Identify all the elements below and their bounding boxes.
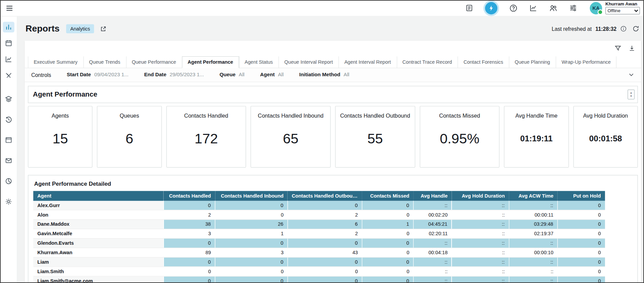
status-indicator	[598, 9, 603, 15]
controls-bar: Controls Start Date 09/04/2023 1... End …	[25, 68, 641, 82]
report-tab[interactable]: Queue Trends	[83, 56, 126, 68]
kpi-value: 55	[338, 119, 412, 158]
flash-icon[interactable]	[485, 2, 497, 14]
report-tab[interactable]: Agent Status	[239, 56, 278, 68]
filter-control[interactable]: Initiation Method All	[299, 72, 349, 78]
sidebar-item-analytics[interactable]	[3, 22, 14, 33]
help-icon[interactable]	[509, 4, 517, 12]
sidebar-item-settings-gear[interactable]	[3, 196, 14, 207]
filter-control[interactable]: Agent All	[260, 72, 284, 78]
report-tab[interactable]: Executive Summary	[28, 56, 83, 68]
avg-hold-duration-cell: ::	[452, 201, 509, 210]
avg-hold-duration-cell: ::	[452, 248, 509, 257]
download-icon[interactable]	[628, 45, 636, 52]
metrics-icon[interactable]	[529, 4, 537, 12]
sidebar-item-email[interactable]	[3, 155, 14, 166]
filter-control[interactable]: Start Date 09/04/2023 1...	[67, 72, 128, 78]
app-window: KA Khurram Awan Offline	[0, 0, 644, 283]
sidebar-item-calendar[interactable]	[3, 38, 14, 48]
column-header: Agent	[33, 191, 164, 201]
kpi-label: Contacts Missed	[422, 113, 497, 119]
report-tab[interactable]: Contact Forensics	[458, 56, 509, 68]
avg-handle-cell: ::	[413, 257, 452, 267]
avg-hold-duration-cell: ::	[452, 210, 509, 220]
contacts-handled-outbound-cell: 2	[288, 210, 362, 220]
agent-performance-table: AgentContacts HandledContacts Handled In…	[33, 191, 605, 283]
kpi-value: 00:01:58	[576, 119, 635, 158]
contacts-handled-outbound-cell: 0	[288, 276, 362, 283]
filter-control[interactable]: End Date 29/05/2023 1...	[144, 72, 204, 78]
contacts-handled-inbound-cell: 0	[215, 276, 288, 283]
sidebar-item-history[interactable]	[3, 114, 14, 125]
kpi-value: 01:19:11	[507, 119, 566, 158]
contacts-handled-inbound-cell: 3	[215, 248, 288, 257]
report-tabs: Executive SummaryQueue TrendsQueue Perfo…	[25, 56, 641, 68]
put-on-hold-cell: 0	[558, 238, 605, 248]
avg-hold-duration-cell: ::	[452, 267, 509, 276]
agent-name-cell: Liam.Smith@acme.com	[33, 276, 164, 283]
report-tab[interactable]: Wrap-Up Performance	[556, 56, 617, 68]
put-on-hold-cell: 0	[558, 267, 605, 276]
avg-acw-time-cell: ::	[509, 201, 557, 210]
hamburger-menu-icon[interactable]	[5, 3, 14, 13]
report-tab[interactable]: Agent Interval Report	[338, 56, 396, 68]
contacts-handled-outbound-cell: 43	[288, 248, 362, 257]
avg-hold-duration-cell: ::	[452, 220, 509, 229]
contacts-missed-cell: 0	[362, 201, 414, 210]
table-row: Gavin.Metcalfe 3 1 2 0 02:20:11 :: 02:19…	[33, 229, 605, 239]
contacts-missed-cell: 0	[362, 276, 414, 283]
users-icon[interactable]	[549, 4, 557, 12]
report-tab[interactable]: Contract Trace Record	[397, 56, 458, 68]
contacts-missed-cell: 0	[362, 248, 414, 257]
sidebar	[0, 16, 17, 283]
avg-acw-time-cell: 03:29:48	[509, 220, 557, 229]
contacts-handled-cell: 0	[164, 238, 215, 248]
kpi-label: Queues	[100, 113, 159, 119]
notepad-icon[interactable]	[465, 4, 473, 12]
kpi-card: Queues 6	[97, 106, 162, 168]
kpi-value: 6	[100, 119, 159, 158]
contacts-handled-outbound-cell: 0	[288, 257, 362, 267]
filter-control[interactable]: Queue All	[220, 72, 245, 78]
avatar[interactable]: KA	[590, 2, 602, 14]
info-icon[interactable]	[620, 25, 627, 32]
report-card: Executive SummaryQueue TrendsQueue Perfo…	[25, 41, 641, 283]
put-on-hold-cell: 0	[558, 229, 605, 239]
avg-acw-time-cell: 00:00:10	[509, 248, 557, 257]
detail-panel: Agent Performance Detailed AgentContacts…	[28, 175, 638, 283]
chevron-down-icon[interactable]	[628, 72, 635, 78]
sidebar-item-customize[interactable]	[3, 70, 14, 81]
report-tab[interactable]: Queue Planning	[509, 56, 556, 68]
report-tab[interactable]: Queue Interval Report	[278, 56, 338, 68]
refresh-icon[interactable]	[632, 25, 640, 33]
kpi-card: Avg Handle Time 01:19:11	[504, 106, 569, 168]
contacts-handled-cell: 0	[164, 201, 215, 210]
sidebar-item-line-chart[interactable]	[3, 54, 14, 65]
filter-icon[interactable]	[615, 45, 622, 52]
scroll-stepper[interactable]: ▲▼	[628, 89, 635, 99]
contacts-missed-cell: 1	[362, 220, 414, 229]
kpi-card: Contacts Missed 0.95%	[420, 106, 500, 168]
external-link-icon[interactable]	[100, 25, 107, 33]
contacts-handled-cell: 3	[164, 229, 215, 239]
sidebar-item-layers[interactable]	[3, 94, 14, 104]
kpi-value: 172	[169, 119, 243, 158]
contacts-missed-cell: 0	[362, 257, 414, 267]
avg-handle-cell: ::	[413, 276, 452, 283]
table-row: Dane.Maddox 38 26 6 1 04:45:21 :: 03:29:…	[33, 220, 605, 229]
report-tab[interactable]: Queue Performance	[126, 56, 182, 68]
contacts-handled-cell: 0	[164, 257, 215, 267]
avg-acw-time-cell: 02:19:37	[509, 229, 557, 239]
status-select[interactable]: Offline	[605, 7, 640, 15]
detail-table-title: Agent Performance Detailed	[34, 180, 632, 187]
contacts-handled-cell: 0	[164, 276, 215, 283]
user-menu[interactable]: KA Khurram Awan Offline	[590, 2, 640, 15]
report-tab[interactable]: Agent Performance	[182, 56, 239, 68]
sidebar-item-browser[interactable]	[3, 135, 14, 145]
avg-hold-duration-cell: ::	[452, 276, 509, 283]
table-header-row: AgentContacts HandledContacts Handled In…	[33, 191, 605, 201]
sidebar-item-pie-chart[interactable]	[3, 176, 14, 187]
sliders-icon[interactable]	[569, 4, 577, 12]
kpi-value: 65	[253, 119, 328, 158]
kpi-label: Avg Handle Time	[507, 113, 566, 119]
